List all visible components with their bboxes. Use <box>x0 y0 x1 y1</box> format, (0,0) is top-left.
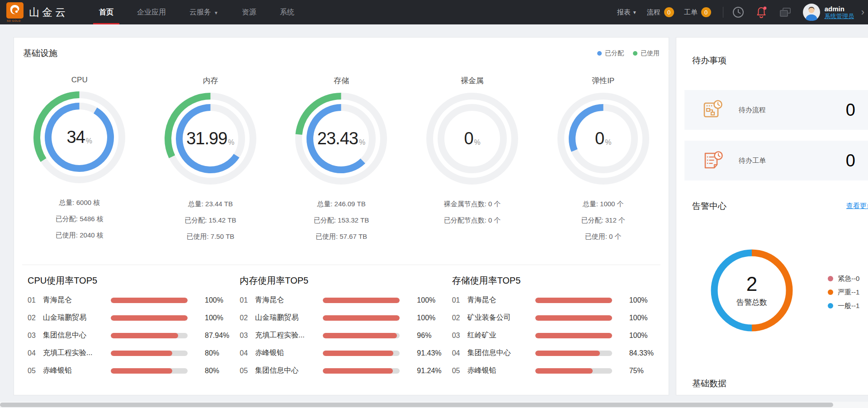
chevron-right-icon[interactable]: › <box>861 6 864 18</box>
user-info[interactable]: admin 系统管理员 <box>825 5 854 20</box>
right-panel: 待办事项 待办流程 0 待办工单 0 告警中心 查看更多 <box>676 37 868 395</box>
gauge-stats: 总量: 23.44 TB已分配: 15.42 TB已使用: 7.50 TB <box>145 196 276 245</box>
usage-percent: 91.24% <box>417 367 441 375</box>
tenant-name: 青海昆仑 <box>43 295 111 305</box>
gauge-stat-line: 已分配: 153.32 TB <box>276 212 407 228</box>
view-more-link[interactable]: 查看更多 <box>846 202 868 210</box>
ticket-count-badge: 0 <box>701 7 711 17</box>
doc-clock-icon <box>702 150 723 171</box>
alarm-total-label: 告警总数 <box>736 297 767 308</box>
user-avatar[interactable] <box>803 4 820 21</box>
horizontal-scrollbar[interactable] <box>0 402 868 408</box>
usage-bar-fill <box>535 298 612 303</box>
user-role-link[interactable]: 系统管理员 <box>825 13 854 20</box>
todo-process-label: 待办流程 <box>739 106 766 114</box>
gauge-stat-line: 总量: 246.09 TB <box>276 196 407 212</box>
gauge-legend: 已分配已使用 <box>588 49 660 57</box>
top5-section: 内存使用率TOP501青海昆仑100%02山金瑞鹏贸易100%03充填工程实验.… <box>240 275 443 380</box>
usage-bar-fill <box>111 368 172 374</box>
rank-label: 04 <box>28 349 43 357</box>
alarm-total-count: 2 <box>746 274 757 294</box>
gauge-donut: 23.43% <box>295 92 387 185</box>
rank-label: 04 <box>240 349 255 357</box>
usage-bar-fill <box>323 298 400 303</box>
todo-section-title: 待办事项 <box>692 55 726 66</box>
scrollbar-thumb[interactable] <box>0 403 833 407</box>
top5-row-item: 03集团信息中心87.94% <box>28 327 231 344</box>
usage-percent: 91.43% <box>417 349 441 357</box>
gauge-stats: 总量: 246.09 TB已分配: 153.32 TB已使用: 57.67 TB <box>276 196 407 245</box>
nav-item-system[interactable]: 系统 <box>268 0 306 24</box>
tenant-name: 赤峰银铅 <box>43 366 111 375</box>
console-windows-icon[interactable] <box>778 6 792 19</box>
gauge-title: CPU <box>14 76 145 85</box>
alarm-legend-dot <box>828 276 833 281</box>
gauge-CPU: CPU34%总量: 6000 核已分配: 5486 核已使用: 2040 核 <box>14 76 145 245</box>
nav-process[interactable]: 流程 0 <box>647 7 674 17</box>
usage-bar <box>111 315 188 321</box>
gauge-stat-line: 裸金属节点数: 0 个 <box>407 196 538 212</box>
usage-percent: 100% <box>629 332 648 340</box>
nav-ticket[interactable]: 工单 0 <box>684 7 711 17</box>
user-name: admin <box>825 5 854 13</box>
usage-percent: 100% <box>629 296 648 304</box>
top5-row-item: 03充填工程实验...96% <box>240 327 443 344</box>
legend-dot <box>633 51 637 56</box>
usage-bar <box>323 298 400 303</box>
tenant-name: 充填工程实验... <box>255 331 323 340</box>
history-clock-icon[interactable] <box>732 6 744 18</box>
nav-item-enterprise-app[interactable]: 企业应用 <box>125 0 178 24</box>
gauge-donut: 0% <box>557 92 650 185</box>
usage-bar <box>535 298 612 303</box>
usage-bar-fill <box>535 368 593 374</box>
ticket-label: 工单 <box>684 8 698 17</box>
todo-ticket-count: 0 <box>846 151 855 171</box>
infrastructure-panel: 基础设施 已分配已使用 CPU34%总量: 6000 核已分配: 5486 核已… <box>14 37 669 395</box>
top5-row-item: 05赤峰银铅80% <box>28 362 231 380</box>
gauge-donut: 0% <box>426 92 519 185</box>
gauge-stat-line: 总量: 23.44 TB <box>145 196 276 212</box>
usage-percent: 96% <box>417 332 431 340</box>
rank-label: 03 <box>240 332 255 340</box>
alarm-legend-label: 严重--1 <box>838 288 859 297</box>
usage-bar <box>111 368 188 374</box>
usage-bar-fill <box>323 333 396 338</box>
usage-bar-fill <box>535 315 612 321</box>
top5-title: 存储使用率TOP5 <box>452 275 655 287</box>
tenant-name: 山金瑞鹏贸易 <box>43 313 111 323</box>
gauge-存储: 存储23.43%总量: 246.09 TB已分配: 153.32 TB已使用: … <box>276 76 407 245</box>
alarm-legend: 紧急--0严重--1一般--1 <box>828 272 859 313</box>
nav-report[interactable]: 报表 ▼ <box>617 8 637 17</box>
usage-percent: 100% <box>205 296 223 304</box>
gauge-stats: 总量: 1000 个已分配: 312 个已使用: 0 个 <box>538 196 669 245</box>
nav-item-resource[interactable]: 资源 <box>230 0 268 24</box>
top5-row-item: 04充填工程实验...80% <box>28 344 231 362</box>
usage-percent: 100% <box>417 314 435 322</box>
rank-label: 02 <box>452 314 467 322</box>
gauge-percent: 34 <box>67 128 85 147</box>
todo-process-card[interactable]: 待办流程 0 <box>684 90 868 130</box>
process-label: 流程 <box>647 8 660 17</box>
todo-process-count: 0 <box>846 100 855 120</box>
usage-bar-fill <box>111 298 188 303</box>
nav-item-cloud-service[interactable]: 云服务▼ <box>178 0 230 24</box>
tenant-name: 矿业装备公司 <box>467 313 535 323</box>
notification-bell-icon[interactable] <box>755 6 768 19</box>
gauge-percent-unit: % <box>474 138 481 147</box>
tenant-name: 充填工程实验... <box>43 348 111 358</box>
report-label: 报表 <box>617 8 631 17</box>
section-divider <box>22 265 660 265</box>
todo-ticket-card[interactable]: 待办工单 0 <box>684 141 868 180</box>
gauge-percent-unit: % <box>86 137 92 145</box>
top5-section: CPU使用率TOP501青海昆仑100%02山金瑞鹏贸易100%03集团信息中心… <box>28 275 231 380</box>
gauge-stat-line: 已使用: 2040 核 <box>14 227 145 243</box>
top5-row-item: 01青海昆仑100% <box>28 291 231 309</box>
flow-clock-icon <box>702 99 723 121</box>
app-logo[interactable]: SD GOLD 山金云 <box>6 2 68 22</box>
rank-label: 01 <box>240 296 255 304</box>
gauge-percent: 31.99 <box>186 129 227 148</box>
nav-item-home[interactable]: 首页 <box>87 0 125 24</box>
gauge-stat-line: 已分配: 5486 核 <box>14 211 145 227</box>
navbar-right: 报表 ▼ 流程 0 工单 0 <box>617 4 864 21</box>
top5-row-item: 05集团信息中心91.24% <box>240 362 443 380</box>
